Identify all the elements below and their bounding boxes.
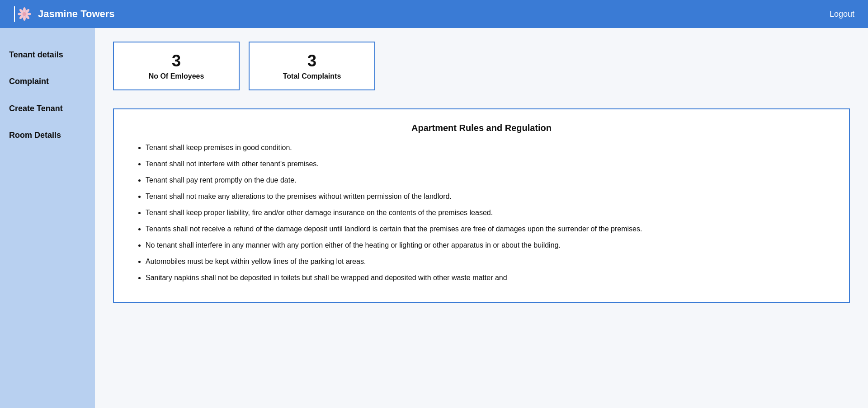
stats-row: 3 No Of Emloyees 3 Total Complaints [113,42,850,90]
list-item: Automobiles must be kept within yellow l… [146,256,831,267]
complaints-stat-card: 3 Total Complaints [249,42,375,90]
employees-label: No Of Emloyees [132,72,221,80]
list-item: Sanitary napkins shall not be deposited … [146,272,831,283]
sidebar-item-room-details[interactable]: Room Details [0,122,95,149]
app-title: Jasmine Towers [38,8,115,20]
rules-title: Apartment Rules and Regulation [132,123,831,133]
list-item: Tenant shall not interfere with other te… [146,159,831,169]
svg-point-9 [23,12,26,16]
rules-list: Tenant shall keep premises in good condi… [132,142,831,283]
employees-stat-card: 3 No Of Emloyees [113,42,240,90]
rules-box: Apartment Rules and Regulation Tenant sh… [113,108,850,303]
employees-number: 3 [132,52,221,70]
sidebar-item-tenant-details[interactable]: Tenant details [0,42,95,68]
complaints-label: Total Complaints [268,72,356,80]
complaints-number: 3 [268,52,356,70]
main-content: 3 No Of Emloyees 3 Total Complaints Apar… [95,28,868,408]
list-item: Tenant shall not make any alterations to… [146,191,831,202]
list-item: Tenant shall pay rent promptly on the du… [146,175,831,186]
logout-button[interactable]: Logout [830,9,854,19]
header-left: Jasmine Towers [14,5,115,23]
sidebar-item-complaint[interactable]: Complaint [0,68,95,95]
header: Jasmine Towers Logout [0,0,868,28]
list-item: No tenant shall interfere in any manner … [146,240,831,251]
list-item: Tenant shall keep proper liability, fire… [146,207,831,218]
list-item: Tenants shall not receive a refund of th… [146,224,831,234]
list-item: Tenant shall keep premises in good condi… [146,142,831,153]
sidebar: Tenant details Complaint Create Tenant R… [0,28,95,408]
logo-icon [14,5,33,23]
layout: Tenant details Complaint Create Tenant R… [0,28,868,408]
sidebar-item-create-tenant[interactable]: Create Tenant [0,95,95,122]
